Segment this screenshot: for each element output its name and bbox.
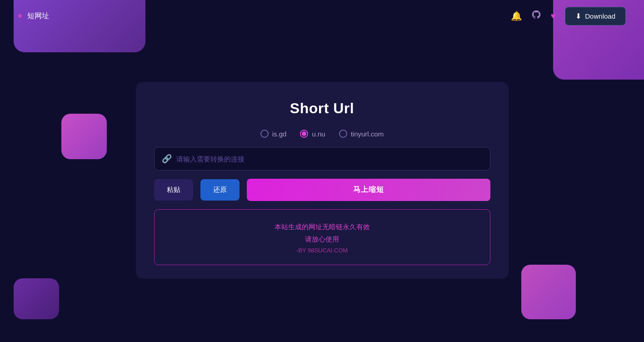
radio-circle-isgd xyxy=(260,130,269,138)
radio-circle-tinyurl xyxy=(339,130,347,138)
radio-label-tinyurl: tinyurl.com xyxy=(351,130,384,138)
url-input-wrap: 🔗 xyxy=(154,147,490,171)
button-row: 粘贴 还原 马上缩短 xyxy=(154,179,490,201)
heart-icon[interactable]: ♥ xyxy=(550,11,556,21)
header-right: 🔔 ♥ ⬇ Download xyxy=(511,7,626,25)
radio-label-unu: u.nu xyxy=(312,130,325,138)
radio-option-isgd[interactable]: is.gd xyxy=(260,130,287,138)
link-icon: 🔗 xyxy=(162,154,172,164)
info-box: 本站生成的网址无暗链永久有效 请放心使用 -BY 98SUCAI.COM xyxy=(154,209,490,265)
radio-option-tinyurl[interactable]: tinyurl.com xyxy=(339,130,384,138)
logo-text: 短网址 xyxy=(27,11,49,21)
main-card: Short Url is.gd u.nu tinyurl.com 🔗 粘贴 还原… xyxy=(136,82,509,279)
github-icon[interactable] xyxy=(531,10,541,22)
download-icon: ⬇ xyxy=(575,12,581,20)
radio-label-isgd: is.gd xyxy=(272,130,287,138)
bell-icon[interactable]: 🔔 xyxy=(511,10,522,21)
restore-button[interactable]: 还原 xyxy=(200,179,240,201)
info-line-1: 本站生成的网址无暗链永久有效 xyxy=(164,221,481,233)
info-line-3: -BY 98SUCAI.COM xyxy=(164,247,481,254)
shorten-button[interactable]: 马上缩短 xyxy=(247,179,490,201)
url-input[interactable] xyxy=(176,155,483,163)
blob-bottom-left xyxy=(14,278,59,319)
radio-option-unu[interactable]: u.nu xyxy=(300,130,325,138)
radio-circle-unu xyxy=(300,130,308,138)
blob-mid-left xyxy=(61,114,107,159)
header: 短网址 🔔 ♥ ⬇ Download xyxy=(0,0,644,32)
logo-dot xyxy=(18,14,22,18)
radio-group: is.gd u.nu tinyurl.com xyxy=(154,130,490,138)
download-label: Download xyxy=(585,12,615,20)
info-line-2: 请放心使用 xyxy=(164,233,481,245)
card-title: Short Url xyxy=(154,100,490,117)
blob-bottom-right xyxy=(521,265,576,319)
download-button[interactable]: ⬇ Download xyxy=(565,7,626,25)
paste-button[interactable]: 粘贴 xyxy=(154,179,193,201)
logo: 短网址 xyxy=(18,11,49,21)
